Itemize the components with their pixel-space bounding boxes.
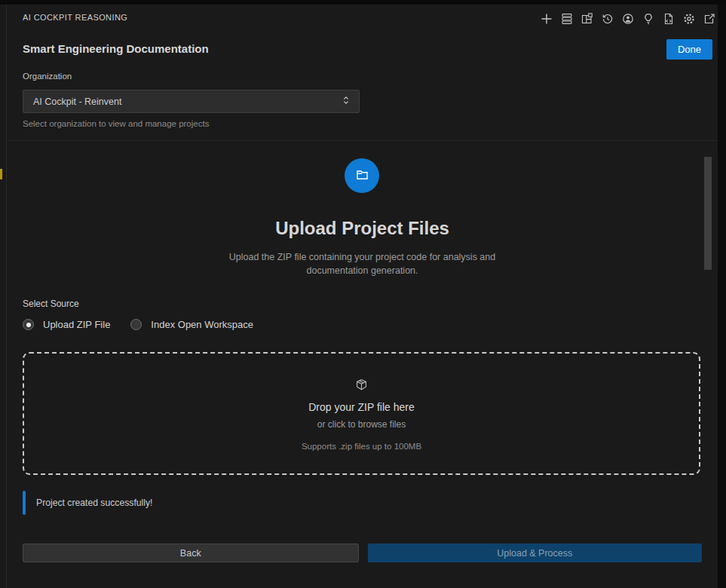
page-title: Smart Engineering Documentation bbox=[23, 42, 209, 55]
layout-icon bbox=[581, 13, 593, 25]
upload-section-title: Upload Project Files bbox=[7, 218, 718, 239]
status-accent-bar bbox=[23, 491, 26, 515]
lightbulb-button[interactable] bbox=[642, 12, 654, 25]
window-top-edge bbox=[0, 0, 726, 5]
overview-warning-marker bbox=[0, 169, 2, 179]
radio-dot bbox=[23, 319, 34, 330]
dropzone-note: Supports .zip files up to 100MB bbox=[302, 442, 421, 451]
lightbulb-icon bbox=[642, 13, 654, 25]
chevron-up-down-icon bbox=[341, 95, 351, 109]
select-source-label: Select Source bbox=[23, 299, 79, 309]
gear-icon bbox=[683, 13, 695, 25]
radio-dot bbox=[130, 319, 142, 330]
file-code-button[interactable] bbox=[662, 12, 675, 25]
panel-left-gutter bbox=[0, 5, 7, 588]
organization-helper-text: Select organization to view and manage p… bbox=[23, 119, 209, 128]
status-text: Project created successfully! bbox=[36, 498, 152, 508]
upload-description-wrap: Upload the ZIP file containing your proj… bbox=[7, 251, 718, 277]
external-link-icon bbox=[703, 13, 715, 25]
zip-dropzone[interactable]: Drop your ZIP file here or click to brow… bbox=[23, 352, 700, 475]
history-button[interactable] bbox=[601, 12, 614, 25]
file-code-icon bbox=[663, 13, 675, 25]
open-external-button[interactable] bbox=[703, 12, 715, 25]
panel-title: AI COCKPIT REASONING bbox=[23, 13, 127, 22]
dropzone-subline: or click to browse files bbox=[317, 419, 406, 430]
radio-label: Upload ZIP File bbox=[43, 319, 110, 330]
history-icon bbox=[602, 13, 614, 25]
dropzone-headline: Drop your ZIP file here bbox=[308, 401, 415, 413]
organization-select[interactable]: AI Cockpit - Reinvent bbox=[23, 90, 360, 113]
window-right-edge bbox=[718, 5, 726, 588]
status-message: Project created successfully! bbox=[23, 491, 700, 515]
radio-label: Index Open Workspace bbox=[151, 319, 253, 330]
server-button[interactable] bbox=[560, 12, 573, 25]
layout-button[interactable] bbox=[580, 12, 593, 25]
upload-process-button[interactable]: Upload & Process bbox=[368, 544, 703, 562]
back-button[interactable]: Back bbox=[23, 544, 359, 562]
panel-divider bbox=[7, 140, 718, 141]
add-button[interactable] bbox=[540, 12, 553, 25]
account-icon bbox=[622, 13, 634, 25]
organization-label: Organization bbox=[23, 72, 72, 81]
organization-select-value: AI Cockpit - Reinvent bbox=[33, 96, 341, 107]
upload-description: Upload the ZIP file containing your proj… bbox=[207, 251, 518, 277]
source-radio-group: Upload ZIP File Index Open Workspace bbox=[23, 319, 253, 330]
titlebar-actions bbox=[540, 12, 715, 25]
upload-folder-badge bbox=[345, 158, 379, 193]
app-root: AI COCKPIT REASONING bbox=[0, 0, 726, 588]
add-icon bbox=[541, 13, 553, 25]
folder-icon bbox=[355, 167, 369, 185]
radio-upload-zip[interactable]: Upload ZIP File bbox=[23, 319, 110, 330]
account-button[interactable] bbox=[621, 12, 634, 25]
server-icon bbox=[561, 13, 573, 25]
footer-actions: Back Upload & Process bbox=[23, 544, 702, 562]
settings-button[interactable] bbox=[682, 12, 695, 25]
done-button[interactable]: Done bbox=[666, 39, 712, 60]
package-icon bbox=[355, 378, 368, 391]
radio-index-workspace[interactable]: Index Open Workspace bbox=[130, 319, 253, 330]
